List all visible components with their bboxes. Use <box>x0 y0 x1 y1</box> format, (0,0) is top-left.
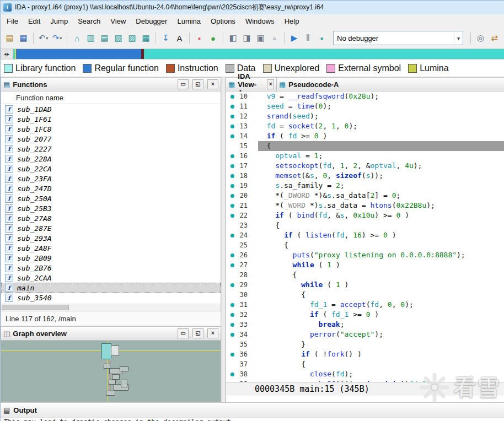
code-line[interactable]: 13fd = socket(2, 1, 0); <box>226 121 504 131</box>
menu-item-lumina[interactable]: Lumina <box>172 15 206 27</box>
function-row[interactable]: fsub_228A <box>1 154 221 164</box>
menu-item-view[interactable]: View <box>105 15 131 27</box>
function-row[interactable]: fsub_1F61 <box>1 114 221 124</box>
modules-icon[interactable]: ▫ <box>268 31 281 45</box>
code-line[interactable]: 38close(fd); <box>226 369 504 379</box>
function-name-column-header[interactable]: Function name <box>1 91 221 104</box>
functions-close-button[interactable]: × <box>207 79 218 89</box>
menu-item-options[interactable]: Options <box>206 15 240 27</box>
menu-item-search[interactable]: Search <box>73 15 105 27</box>
code-line[interactable]: 22if ( bind(fd, &s, 0x10u) >= 0 ) <box>226 210 504 220</box>
function-row[interactable]: fsub_22CA <box>1 164 221 174</box>
tracing-icon[interactable]: ◨ <box>240 31 253 45</box>
menu-item-windows[interactable]: Windows <box>240 15 280 27</box>
code-line[interactable]: 10v9 = __readfsqword(0x28u); <box>226 91 504 101</box>
callgraph-icon[interactable]: ● <box>207 31 219 45</box>
code-line[interactable]: 24if ( listen(fd, 16) >= 0 ) <box>226 230 504 240</box>
code-line[interactable]: 26puts("proxy listening on 0.0.0.0:8888"… <box>226 250 504 260</box>
code-line[interactable]: 11seed = time(0); <box>226 101 504 111</box>
graph-float-button[interactable]: ◱ <box>192 328 203 338</box>
function-row[interactable]: fsub_25B3 <box>1 203 221 213</box>
function-row[interactable]: fsub_247D <box>1 183 221 193</box>
graph-close-button[interactable]: × <box>207 328 218 338</box>
function-row[interactable]: fsub_2A8F <box>1 243 221 253</box>
graph-viewport-rect[interactable] <box>101 343 111 359</box>
code-line[interactable]: 21*(_WORD *)s.sa_data = htons(0x22B8u); <box>226 201 504 210</box>
jump-back-icon[interactable]: ⌂ <box>71 31 83 45</box>
function-row[interactable]: fsub_1FC8 <box>1 124 221 134</box>
code-line[interactable]: 27while ( 1 ) <box>226 260 504 270</box>
code-line[interactable]: 32if ( fd_1 >= 0 ) <box>226 310 504 320</box>
function-row[interactable]: fsub_2CAA <box>1 273 221 283</box>
navigation-band[interactable] <box>13 49 504 59</box>
code-line[interactable]: 29while ( 1 ) <box>226 280 504 290</box>
code-line[interactable]: 30{ <box>226 290 504 300</box>
jump-address-icon[interactable]: ↧ <box>159 31 172 45</box>
code-line[interactable]: 15{ <box>226 141 504 151</box>
code-line[interactable]: 37{ <box>226 359 504 369</box>
undo-icon[interactable]: ↶▾ <box>37 31 50 45</box>
code-line[interactable]: 19s.sa_family = 2; <box>226 181 504 191</box>
breakpoints-icon[interactable]: ◧ <box>227 31 239 45</box>
code-line[interactable]: 17setsockopt(fd, 1, 2, &optval, 4u); <box>226 161 504 171</box>
menu-item-edit[interactable]: Edit <box>23 15 45 27</box>
menu-item-debugger[interactable]: Debugger <box>131 15 172 27</box>
function-row[interactable]: fsub_250A <box>1 193 221 203</box>
debugger-select[interactable]: No debugger▾ <box>333 31 463 45</box>
graph-overview-canvas[interactable] <box>1 341 221 402</box>
code-line[interactable]: 20*(_DWORD *)&s.sa_data[2] = 0; <box>226 191 504 201</box>
function-row[interactable]: fsub_23FA <box>1 174 221 183</box>
code-line[interactable]: 35} <box>226 339 504 349</box>
function-row[interactable]: fsub_3540 <box>1 293 221 303</box>
function-row[interactable]: fsub_27A8 <box>1 213 221 223</box>
vertical-splitter[interactable] <box>221 77 226 402</box>
code-line[interactable]: 36if ( !fork() ) <box>226 349 504 359</box>
function-row[interactable]: fsub_2B76 <box>1 263 221 273</box>
functions-float-button[interactable]: ◱ <box>192 79 203 89</box>
function-row[interactable]: fsub_1DAD <box>1 104 221 114</box>
code-line[interactable]: 18memset(&s, 0, sizeof(s)); <box>226 171 504 181</box>
imports-icon[interactable]: ▧ <box>112 31 125 45</box>
code-line[interactable]: 28{ <box>226 270 504 280</box>
code-line[interactable]: 12srand(seed); <box>226 111 504 121</box>
function-row[interactable]: fmain <box>1 283 221 293</box>
function-row[interactable]: fsub_2077 <box>1 134 221 144</box>
function-row[interactable]: fsub_287E <box>1 223 221 233</box>
graph-restore-button[interactable]: ▭ <box>178 328 189 338</box>
start-debugger-icon[interactable]: ▶ <box>288 31 301 45</box>
ida-view-close-button[interactable]: × <box>267 79 274 89</box>
navband-left-arrow-icon[interactable]: ◂ <box>4 51 7 57</box>
exports-icon[interactable]: ▨ <box>126 31 138 45</box>
code-line[interactable]: 16optval = 1; <box>226 151 504 161</box>
save-file-icon[interactable]: ▦ <box>17 31 30 45</box>
code-line[interactable]: 33break; <box>226 320 504 330</box>
code-line[interactable]: 23{ <box>226 220 504 230</box>
rename-icon[interactable]: A <box>173 31 186 45</box>
stack-trace-icon[interactable]: ▣ <box>254 31 267 45</box>
functions-restore-button[interactable]: ▭ <box>178 79 189 89</box>
chevron-down-icon[interactable]: ▾ <box>454 31 463 45</box>
function-row[interactable]: fsub_293A <box>1 233 221 243</box>
debugger-options-icon[interactable]: ◎ <box>474 31 487 45</box>
stop-debugger-icon[interactable]: ▪ <box>315 31 328 45</box>
functions-hscrollbar-thumb[interactable] <box>2 305 69 310</box>
menu-item-jump[interactable]: Jump <box>45 15 73 27</box>
code-line[interactable]: 31fd_1 = accept(fd, 0, 0); <box>226 300 504 310</box>
menu-item-help[interactable]: Help <box>280 15 304 27</box>
open-file-icon[interactable]: ▤ <box>3 31 16 45</box>
function-row[interactable]: fsub_2227 <box>1 144 221 154</box>
navband-scroll-buttons[interactable]: ◂ ▸ <box>1 49 13 59</box>
code-line[interactable]: 34perror("accept"); <box>226 330 504 339</box>
flowchart-icon[interactable]: ▪ <box>193 31 206 45</box>
tab-ida-view-a[interactable]: ▦ IDA View-A × <box>226 77 277 91</box>
functions-hscrollbar[interactable] <box>1 304 221 311</box>
segments-icon[interactable]: ▦ <box>140 31 152 45</box>
attach-process-icon[interactable]: ⇄ <box>488 31 501 45</box>
code-line[interactable]: 25{ <box>226 240 504 250</box>
function-row[interactable]: fsub_2B09 <box>1 253 221 263</box>
navband-right-arrow-icon[interactable]: ▸ <box>7 51 10 57</box>
redo-icon[interactable]: ↷▾ <box>51 31 63 45</box>
code-line[interactable]: 14if ( fd >= 0 ) <box>226 131 504 141</box>
pause-debugger-icon[interactable]: Ⅱ <box>302 31 314 45</box>
structures-icon[interactable]: ▥ <box>84 31 97 45</box>
